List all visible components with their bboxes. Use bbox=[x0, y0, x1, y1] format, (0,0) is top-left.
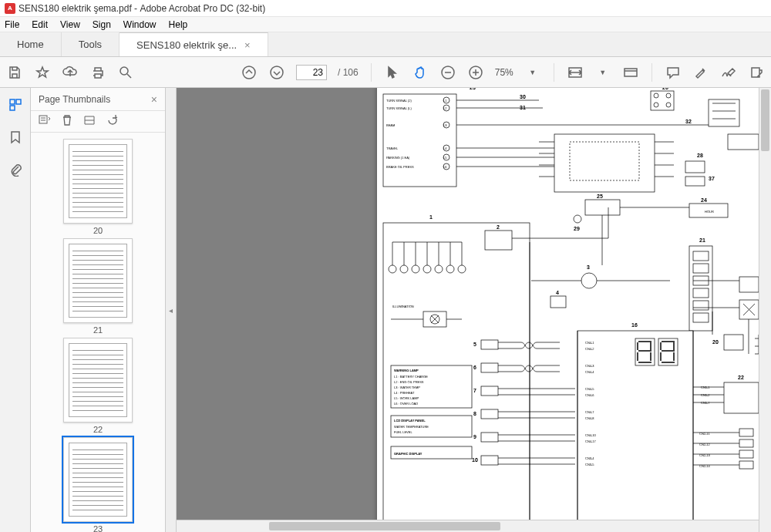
select-tool-icon[interactable] bbox=[384, 64, 401, 81]
svg-rect-93 bbox=[693, 264, 709, 273]
thumbnail-rotate-icon[interactable] bbox=[106, 114, 119, 130]
sign-icon[interactable] bbox=[720, 64, 737, 81]
window-title-app: Adobe Acrobat Pro DC (32-bit) bbox=[140, 3, 265, 14]
thumbnail-page-22[interactable]: 22 bbox=[63, 338, 133, 434]
tab-close-icon[interactable]: × bbox=[244, 39, 251, 51]
read-mode-icon[interactable] bbox=[622, 64, 639, 81]
svg-text:31: 31 bbox=[520, 105, 526, 110]
search-icon[interactable] bbox=[117, 64, 134, 81]
page-down-icon[interactable] bbox=[268, 64, 285, 81]
main-area: Page Thumbnails × 20 21 22 23 ◂ 23 26 bbox=[0, 88, 771, 532]
svg-text:L4: L4 bbox=[443, 146, 447, 150]
menu-window[interactable]: Window bbox=[123, 19, 157, 30]
vertical-scrollbar[interactable] bbox=[759, 88, 771, 532]
svg-text:L4 : PREHEAT: L4 : PREHEAT bbox=[394, 391, 415, 395]
svg-text:22: 22 bbox=[738, 375, 744, 380]
svg-rect-92 bbox=[693, 251, 709, 261]
svg-text:ILLUMINATION: ILLUMINATION bbox=[392, 305, 414, 308]
svg-text:CN4-1: CN4-1 bbox=[585, 341, 594, 345]
zoom-dropdown-icon[interactable]: ▼ bbox=[524, 64, 541, 81]
menu-help[interactable]: Help bbox=[169, 19, 188, 30]
svg-rect-8 bbox=[39, 116, 47, 123]
svg-text:5: 5 bbox=[473, 342, 476, 347]
window-titlebar: A SENS180 elektrik şema.pdf - Adobe Acro… bbox=[0, 0, 771, 17]
page-number-input[interactable] bbox=[296, 65, 327, 80]
document-viewer[interactable]: 23 26 TURN SIGNAL (2) TURN SIGNAL (L) BE… bbox=[177, 88, 771, 532]
svg-rect-145 bbox=[739, 461, 753, 469]
svg-text:CN5-1: CN5-1 bbox=[701, 386, 710, 389]
thumbnails-rail-icon[interactable] bbox=[8, 97, 23, 113]
svg-rect-142 bbox=[739, 429, 753, 436]
svg-text:28: 28 bbox=[697, 153, 703, 158]
thumbnail-page-20[interactable]: 20 bbox=[63, 139, 133, 235]
svg-text:L5: L5 bbox=[443, 156, 447, 160]
horizontal-scrollbar-thumb[interactable] bbox=[269, 522, 500, 530]
tab-home[interactable]: Home bbox=[0, 32, 62, 56]
highlight-icon[interactable] bbox=[692, 64, 709, 81]
svg-text:WARNING LAMP: WARNING LAMP bbox=[394, 369, 419, 372]
thumbnail-fit-icon[interactable] bbox=[83, 115, 96, 129]
svg-text:CN4-6: CN4-6 bbox=[585, 393, 594, 397]
svg-rect-7 bbox=[10, 106, 15, 110]
cloud-upload-icon[interactable] bbox=[62, 64, 79, 81]
attachment-rail-icon[interactable] bbox=[8, 162, 23, 177]
svg-text:TURN SIGNAL (2): TURN SIGNAL (2) bbox=[386, 99, 412, 103]
panel-collapse-handle[interactable]: ◂ bbox=[166, 88, 177, 532]
menu-file[interactable]: File bbox=[5, 19, 19, 30]
menu-sign[interactable]: Sign bbox=[93, 19, 111, 30]
save-icon[interactable] bbox=[6, 64, 23, 81]
svg-text:CN4-4: CN4-4 bbox=[585, 370, 594, 374]
svg-text:L6 : OVER LOAD: L6 : OVER LOAD bbox=[394, 402, 418, 406]
svg-rect-114 bbox=[481, 363, 498, 372]
svg-text:LCD DISPLAY PANEL: LCD DISPLAY PANEL bbox=[394, 419, 426, 423]
svg-rect-143 bbox=[739, 439, 753, 447]
menu-edit[interactable]: Edit bbox=[32, 19, 48, 30]
hand-tool-icon[interactable] bbox=[412, 64, 429, 81]
svg-point-1 bbox=[243, 66, 255, 79]
thumbnail-page-21[interactable]: 21 bbox=[63, 238, 133, 335]
svg-text:32: 32 bbox=[685, 119, 692, 124]
svg-text:26: 26 bbox=[662, 88, 668, 90]
thumbnail-delete-icon[interactable] bbox=[62, 114, 72, 130]
schematic-diagram: 23 26 TURN SIGNAL (2) TURN SIGNAL (L) BE… bbox=[377, 88, 771, 532]
horizontal-scrollbar[interactable] bbox=[177, 520, 759, 532]
page-up-icon[interactable] bbox=[241, 64, 258, 81]
svg-text:CN4-17: CN4-17 bbox=[585, 439, 597, 443]
bookmark-rail-icon[interactable] bbox=[8, 130, 23, 145]
thumbnail-page-23[interactable]: 23 bbox=[63, 437, 133, 532]
comment-icon[interactable] bbox=[665, 64, 682, 81]
svg-rect-110 bbox=[481, 340, 498, 349]
svg-rect-134 bbox=[724, 382, 759, 413]
fit-width-icon[interactable] bbox=[567, 64, 584, 81]
star-icon[interactable] bbox=[34, 64, 51, 81]
svg-text:CN5-7: CN5-7 bbox=[701, 401, 710, 405]
svg-text:16: 16 bbox=[631, 322, 638, 328]
tab-tools[interactable]: Tools bbox=[62, 32, 120, 56]
zoom-in-icon[interactable] bbox=[467, 64, 484, 81]
thumbnail-options-icon[interactable] bbox=[39, 115, 51, 129]
tab-document[interactable]: SENS180 elektrik şe... × bbox=[120, 32, 268, 56]
svg-text:L5 : WORK LAMP: L5 : WORK LAMP bbox=[394, 396, 419, 400]
svg-text:CN4-2: CN4-2 bbox=[585, 347, 594, 351]
svg-rect-37 bbox=[651, 91, 674, 110]
thumbnail-panel: Page Thumbnails × 20 21 22 23 bbox=[31, 88, 166, 532]
thumbnail-panel-close-icon[interactable]: × bbox=[151, 93, 157, 106]
svg-text:3: 3 bbox=[587, 264, 590, 270]
print-icon[interactable] bbox=[89, 64, 106, 81]
fit-page-dropdown-icon[interactable]: ▼ bbox=[594, 64, 611, 81]
thumbnail-list[interactable]: 20 21 22 23 bbox=[31, 133, 165, 532]
pdf-page: 23 26 TURN SIGNAL (2) TURN SIGNAL (L) BE… bbox=[377, 88, 771, 532]
svg-text:2: 2 bbox=[497, 224, 500, 230]
svg-rect-46 bbox=[570, 142, 639, 180]
svg-text:CN5-2: CN5-2 bbox=[701, 393, 710, 397]
more-tools-icon[interactable] bbox=[748, 64, 765, 81]
menu-view[interactable]: View bbox=[60, 19, 80, 30]
svg-text:L2 : ENG OIL PRESS: L2 : ENG OIL PRESS bbox=[394, 380, 424, 384]
svg-text:L1: L1 bbox=[443, 99, 447, 103]
zoom-out-icon[interactable] bbox=[439, 64, 456, 81]
vertical-scrollbar-thumb[interactable] bbox=[761, 89, 769, 151]
zoom-level[interactable]: 75% bbox=[495, 67, 513, 78]
svg-rect-88 bbox=[550, 296, 566, 308]
svg-text:9: 9 bbox=[473, 434, 476, 439]
svg-text:CN3-4: CN3-4 bbox=[585, 456, 594, 460]
